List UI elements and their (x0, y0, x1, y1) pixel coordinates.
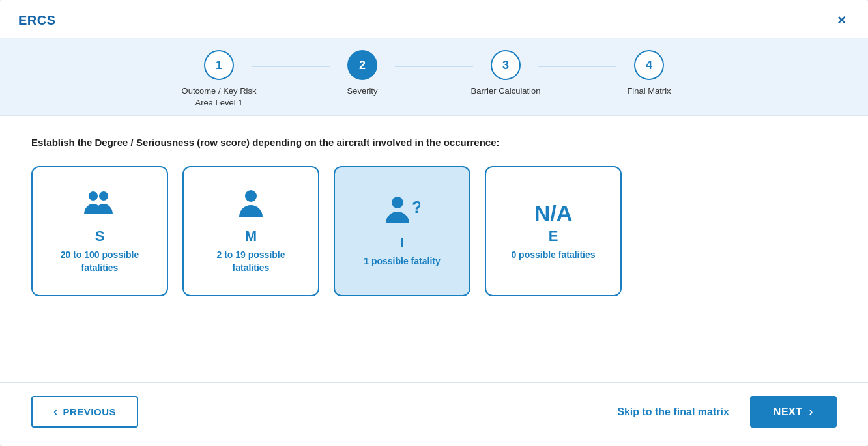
step-1-label: Outcome / Key RiskArea Level 1 (182, 85, 257, 109)
step-2: 2 Severity (291, 50, 434, 109)
next-label: NEXT (774, 406, 803, 418)
stepper: 1 Outcome / Key RiskArea Level 1 2 Sever… (0, 38, 868, 116)
na-label: N/A (534, 202, 573, 224)
card-m-desc: 2 to 19 possiblefatalities (216, 249, 285, 274)
card-s-desc: 20 to 100 possiblefatalities (61, 249, 139, 274)
card-m[interactable]: M 2 to 19 possiblefatalities (182, 166, 319, 296)
group-icon (81, 188, 118, 221)
step-2-label: Severity (347, 85, 378, 97)
cards-row: S 20 to 100 possiblefatalities M 2 to 19… (31, 166, 837, 296)
svg-point-1 (99, 191, 108, 201)
previous-label: PREVIOUS (63, 406, 117, 417)
svg-text:?: ? (412, 197, 420, 217)
previous-button[interactable]: ‹ PREVIOUS (31, 396, 138, 428)
instruction-text: Establish the Degree / Seriousness (row … (31, 137, 837, 148)
step-4-circle: 4 (634, 50, 664, 80)
card-e-desc: 0 possible fatalities (511, 249, 595, 262)
next-button[interactable]: NEXT › (750, 396, 837, 428)
svg-point-3 (392, 197, 403, 208)
step-3-circle: 3 (491, 50, 521, 80)
person-question-icon: ? (384, 195, 420, 228)
card-m-letter: M (245, 228, 257, 245)
person-icon (237, 188, 265, 221)
chevron-left-icon: ‹ (53, 405, 58, 419)
step-2-circle: 2 (347, 50, 377, 80)
step-4-label: Final Matrix (627, 85, 671, 97)
step-1: 1 Outcome / Key RiskArea Level 1 (147, 50, 291, 109)
step-1-circle: 1 (204, 50, 234, 80)
step-4: 4 Final Matrix (577, 50, 721, 109)
svg-point-2 (245, 190, 257, 202)
skip-button[interactable]: Skip to the final matrix (617, 406, 729, 418)
card-e-letter: E (549, 228, 558, 245)
modal-title: ERCS (18, 13, 56, 28)
svg-point-0 (89, 191, 98, 201)
modal-header: ERCS × (0, 0, 868, 38)
card-i[interactable]: ? I 1 possible fatality (334, 166, 470, 296)
step-3-label: Barrier Calculation (471, 85, 541, 97)
close-button[interactable]: × (833, 12, 850, 29)
step-3: 3 Barrier Calculation (434, 50, 577, 109)
card-s[interactable]: S 20 to 100 possiblefatalities (31, 166, 168, 296)
card-e[interactable]: N/A E 0 possible fatalities (485, 166, 622, 296)
card-s-letter: S (95, 228, 105, 245)
card-i-letter: I (400, 234, 404, 251)
footer-right: Skip to the final matrix NEXT › (617, 396, 837, 428)
modal-footer: ‹ PREVIOUS Skip to the final matrix NEXT… (0, 382, 868, 446)
chevron-right-icon: › (809, 405, 814, 419)
modal-body: Establish the Degree / Seriousness (row … (0, 116, 868, 382)
modal-container: ERCS × 1 Outcome / Key RiskArea Level 1 … (0, 0, 868, 446)
card-i-desc: 1 possible fatality (364, 255, 440, 268)
